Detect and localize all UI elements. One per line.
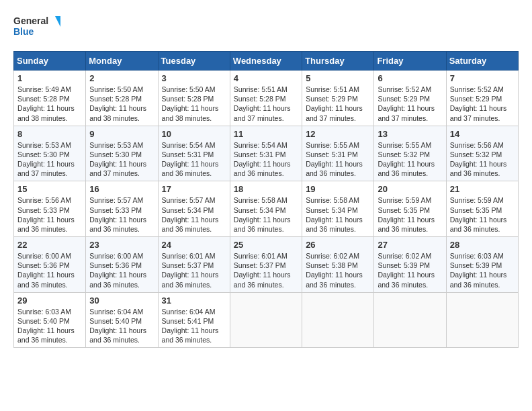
calendar-cell: 7Sunrise: 5:52 AM Sunset: 5:29 PM Daylig… — [446, 71, 518, 126]
day-number: 31 — [162, 295, 226, 306]
day-number: 23 — [89, 240, 154, 250]
calendar-cell: 13Sunrise: 5:55 AM Sunset: 5:32 PM Dayli… — [374, 126, 446, 181]
day-info: Sunrise: 6:00 AM Sunset: 5:36 PM Dayligh… — [17, 252, 75, 289]
day-number: 20 — [378, 184, 442, 194]
calendar-cell: 3Sunrise: 5:50 AM Sunset: 5:28 PM Daylig… — [158, 71, 230, 126]
calendar-cell: 29Sunrise: 6:03 AM Sunset: 5:40 PM Dayli… — [14, 292, 86, 348]
header-sunday: Sunday — [14, 52, 86, 71]
day-number: 29 — [17, 295, 82, 306]
day-number: 4 — [234, 73, 298, 83]
header-thursday: Thursday — [302, 52, 374, 71]
day-number: 14 — [450, 129, 515, 139]
day-number: 6 — [378, 73, 442, 83]
calendar-cell: 14Sunrise: 5:56 AM Sunset: 5:32 PM Dayli… — [446, 126, 518, 181]
day-info: Sunrise: 5:53 AM Sunset: 5:30 PM Dayligh… — [89, 141, 146, 178]
logo-svg: General Blue — [13, 13, 60, 40]
calendar-cell — [230, 292, 302, 348]
day-info: Sunrise: 6:02 AM Sunset: 5:39 PM Dayligh… — [378, 252, 435, 289]
calendar-cell: 24Sunrise: 6:01 AM Sunset: 5:37 PM Dayli… — [158, 237, 230, 293]
day-number: 17 — [162, 184, 226, 194]
day-number: 1 — [17, 73, 82, 83]
day-info: Sunrise: 5:56 AM Sunset: 5:32 PM Dayligh… — [450, 141, 507, 178]
calendar-cell — [374, 292, 446, 348]
header-tuesday: Tuesday — [158, 52, 230, 71]
calendar-cell: 11Sunrise: 5:54 AM Sunset: 5:31 PM Dayli… — [230, 126, 302, 181]
day-number: 28 — [450, 240, 515, 250]
calendar-cell: 21Sunrise: 5:59 AM Sunset: 5:35 PM Dayli… — [446, 181, 518, 237]
day-number: 22 — [17, 240, 82, 250]
day-info: Sunrise: 6:01 AM Sunset: 5:37 PM Dayligh… — [234, 252, 291, 289]
day-info: Sunrise: 6:01 AM Sunset: 5:37 PM Dayligh… — [162, 252, 219, 289]
day-number: 5 — [306, 73, 370, 83]
calendar-cell: 2Sunrise: 5:50 AM Sunset: 5:28 PM Daylig… — [86, 71, 158, 126]
svg-marker-2 — [55, 16, 60, 27]
day-info: Sunrise: 5:55 AM Sunset: 5:32 PM Dayligh… — [378, 141, 435, 178]
day-number: 3 — [162, 73, 226, 83]
calendar-cell: 20Sunrise: 5:59 AM Sunset: 5:35 PM Dayli… — [374, 181, 446, 237]
calendar-cell: 9Sunrise: 5:53 AM Sunset: 5:30 PM Daylig… — [86, 126, 158, 181]
day-info: Sunrise: 6:03 AM Sunset: 5:40 PM Dayligh… — [17, 308, 75, 345]
day-number: 27 — [378, 240, 442, 250]
day-number: 24 — [162, 240, 226, 250]
day-number: 10 — [162, 129, 226, 139]
day-info: Sunrise: 5:54 AM Sunset: 5:31 PM Dayligh… — [234, 141, 291, 178]
day-number: 2 — [89, 73, 154, 83]
calendar-cell: 12Sunrise: 5:55 AM Sunset: 5:31 PM Dayli… — [302, 126, 374, 181]
day-info: Sunrise: 5:51 AM Sunset: 5:28 PM Dayligh… — [234, 85, 291, 122]
calendar-cell: 1Sunrise: 5:49 AM Sunset: 5:28 PM Daylig… — [14, 71, 86, 126]
day-info: Sunrise: 5:50 AM Sunset: 5:28 PM Dayligh… — [162, 85, 219, 122]
calendar-cell: 10Sunrise: 5:54 AM Sunset: 5:31 PM Dayli… — [158, 126, 230, 181]
day-info: Sunrise: 5:58 AM Sunset: 5:34 PM Dayligh… — [234, 196, 291, 233]
day-info: Sunrise: 5:49 AM Sunset: 5:28 PM Dayligh… — [17, 85, 75, 122]
day-info: Sunrise: 5:59 AM Sunset: 5:35 PM Dayligh… — [378, 196, 435, 233]
day-number: 9 — [89, 129, 154, 139]
day-number: 19 — [306, 184, 370, 194]
day-number: 26 — [306, 240, 370, 250]
day-info: Sunrise: 6:02 AM Sunset: 5:38 PM Dayligh… — [306, 252, 363, 289]
header-saturday: Saturday — [446, 52, 518, 71]
calendar-cell: 17Sunrise: 5:57 AM Sunset: 5:34 PM Dayli… — [158, 181, 230, 237]
day-number: 21 — [450, 184, 515, 194]
header-monday: Monday — [86, 52, 158, 71]
day-info: Sunrise: 5:50 AM Sunset: 5:28 PM Dayligh… — [89, 85, 146, 122]
day-info: Sunrise: 5:53 AM Sunset: 5:30 PM Dayligh… — [17, 141, 75, 178]
calendar-cell: 31Sunrise: 6:04 AM Sunset: 5:41 PM Dayli… — [158, 292, 230, 348]
calendar-cell: 6Sunrise: 5:52 AM Sunset: 5:29 PM Daylig… — [374, 71, 446, 126]
calendar-cell — [446, 292, 518, 348]
calendar-cell: 26Sunrise: 6:02 AM Sunset: 5:38 PM Dayli… — [302, 237, 374, 293]
day-info: Sunrise: 5:59 AM Sunset: 5:35 PM Dayligh… — [450, 196, 507, 233]
calendar-cell: 15Sunrise: 5:56 AM Sunset: 5:33 PM Dayli… — [14, 181, 86, 237]
calendar-cell: 22Sunrise: 6:00 AM Sunset: 5:36 PM Dayli… — [14, 237, 86, 293]
calendar-cell: 16Sunrise: 5:57 AM Sunset: 5:33 PM Dayli… — [86, 181, 158, 237]
day-number: 16 — [89, 184, 154, 194]
logo: General Blue — [13, 13, 60, 40]
svg-text:General: General — [13, 15, 48, 26]
day-info: Sunrise: 5:51 AM Sunset: 5:29 PM Dayligh… — [306, 85, 363, 122]
calendar-header-row: SundayMondayTuesdayWednesdayThursdayFrid… — [14, 52, 519, 71]
day-info: Sunrise: 6:00 AM Sunset: 5:36 PM Dayligh… — [89, 252, 146, 289]
day-info: Sunrise: 6:04 AM Sunset: 5:41 PM Dayligh… — [162, 308, 219, 345]
calendar-cell: 25Sunrise: 6:01 AM Sunset: 5:37 PM Dayli… — [230, 237, 302, 293]
svg-text:Blue: Blue — [13, 26, 34, 37]
calendar-cell: 30Sunrise: 6:04 AM Sunset: 5:40 PM Dayli… — [86, 292, 158, 348]
day-number: 12 — [306, 129, 370, 139]
calendar-table: SundayMondayTuesdayWednesdayThursdayFrid… — [13, 51, 519, 348]
calendar-cell: 5Sunrise: 5:51 AM Sunset: 5:29 PM Daylig… — [302, 71, 374, 126]
day-number: 11 — [234, 129, 298, 139]
calendar-cell: 28Sunrise: 6:03 AM Sunset: 5:39 PM Dayli… — [446, 237, 518, 293]
day-number: 15 — [17, 184, 82, 194]
calendar-cell: 4Sunrise: 5:51 AM Sunset: 5:28 PM Daylig… — [230, 71, 302, 126]
calendar-cell: 18Sunrise: 5:58 AM Sunset: 5:34 PM Dayli… — [230, 181, 302, 237]
day-info: Sunrise: 5:52 AM Sunset: 5:29 PM Dayligh… — [378, 85, 435, 122]
day-number: 13 — [378, 129, 442, 139]
header-wednesday: Wednesday — [230, 52, 302, 71]
day-info: Sunrise: 5:52 AM Sunset: 5:29 PM Dayligh… — [450, 85, 507, 122]
day-info: Sunrise: 5:54 AM Sunset: 5:31 PM Dayligh… — [162, 141, 219, 178]
calendar-cell: 8Sunrise: 5:53 AM Sunset: 5:30 PM Daylig… — [14, 126, 86, 181]
calendar-cell: 19Sunrise: 5:58 AM Sunset: 5:34 PM Dayli… — [302, 181, 374, 237]
day-info: Sunrise: 5:58 AM Sunset: 5:34 PM Dayligh… — [306, 196, 363, 233]
day-number: 7 — [450, 73, 515, 83]
day-number: 25 — [234, 240, 298, 250]
day-info: Sunrise: 5:57 AM Sunset: 5:33 PM Dayligh… — [89, 196, 146, 233]
page-header: General Blue — [13, 13, 519, 40]
